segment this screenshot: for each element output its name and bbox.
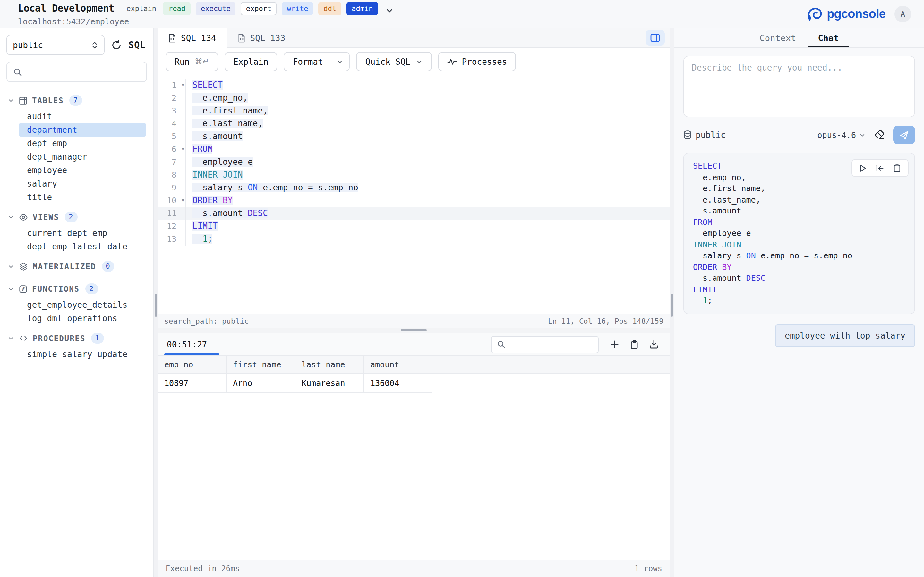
table-cell[interactable]: Arno — [226, 374, 295, 393]
tab-chat[interactable]: Chat — [817, 28, 840, 47]
add-result-tab-icon[interactable] — [610, 340, 619, 349]
fold-marker-icon[interactable]: ▾ — [182, 79, 184, 92]
line-number[interactable]: 10▾ — [158, 194, 186, 207]
code-line-text[interactable]: e.first_name, — [186, 105, 670, 117]
sql-editor[interactable]: 1▾SELECT2 e.emp_no,3 e.first_name,4 e.la… — [158, 75, 670, 314]
code-line-text[interactable]: s.amount DESC — [186, 207, 670, 220]
code-line-text[interactable]: 1; — [186, 233, 670, 245]
line-number[interactable]: 5 — [158, 130, 186, 143]
results-search-input[interactable] — [509, 339, 593, 350]
clear-chat-eraser-icon[interactable] — [874, 129, 885, 140]
result-tab-timer[interactable]: 00:51:27 — [164, 340, 210, 349]
table-cell[interactable]: Kumaresan — [295, 374, 363, 393]
run-button[interactable]: Run ⌘↵ — [166, 52, 218, 71]
code-line-text[interactable]: ORDER BY — [186, 194, 670, 207]
line-number[interactable]: 7 — [158, 156, 186, 169]
download-results-icon[interactable] — [649, 340, 658, 349]
section-header-views[interactable]: VIEWS2 — [6, 208, 153, 226]
code-line-text[interactable]: e.emp_no, — [186, 92, 670, 105]
chat-schema-chip[interactable]: public — [683, 130, 726, 140]
fold-marker-icon[interactable]: ▾ — [182, 194, 184, 207]
line-number[interactable]: 11 — [158, 207, 186, 220]
code-line-text[interactable]: FROM — [186, 143, 670, 156]
schema-select[interactable]: public — [6, 35, 105, 55]
tab-label: SQL 133 — [250, 33, 286, 43]
format-dropdown-chevron-icon[interactable] — [330, 53, 349, 71]
sql-mode-label[interactable]: SQL — [128, 40, 145, 50]
fold-marker-icon[interactable]: ▾ — [182, 143, 184, 156]
sidebar-item-log_dml_operations[interactable]: log_dml_operations — [19, 311, 145, 325]
sidebar-item-get_employee_details[interactable]: get_employee_details — [19, 298, 145, 311]
section-header-procedures[interactable]: PROCEDURES1 — [6, 329, 153, 348]
avatar[interactable]: A — [895, 5, 911, 22]
sql-message-toolbar — [851, 159, 909, 177]
send-icon[interactable] — [893, 126, 915, 144]
right-splitter-handle[interactable] — [670, 293, 673, 317]
results-search[interactable] — [491, 335, 599, 353]
copy-results-icon[interactable] — [630, 340, 638, 349]
code-line-text[interactable]: e.last_name, — [186, 117, 670, 130]
sidebar-search[interactable] — [6, 61, 147, 82]
table-row[interactable]: 10897ArnoKumaresan136004 — [158, 374, 670, 393]
horizontal-splitter[interactable] — [158, 327, 670, 333]
sidebar-item-title[interactable]: title — [19, 190, 145, 204]
line-number[interactable]: 2 — [158, 92, 186, 105]
code-line-text[interactable]: s.amount — [186, 130, 670, 143]
line-number[interactable]: 13 — [158, 233, 186, 245]
format-button[interactable]: Format — [284, 52, 350, 71]
line-number[interactable]: 4 — [158, 117, 186, 130]
table-cell[interactable]: 10897 — [158, 374, 226, 393]
sidebar-item-dept_manager[interactable]: dept_manager — [19, 150, 145, 163]
left-splitter-handle[interactable] — [155, 293, 157, 317]
code-line-text[interactable]: salary s ON e.emp_no = s.emp_no — [186, 181, 670, 194]
code-line-text[interactable]: INNER JOIN — [186, 169, 670, 181]
sidebar-item-department[interactable]: department — [19, 123, 145, 137]
sidebar-item-simple_salary_update[interactable]: simple_salary_update — [19, 348, 145, 361]
section-header-materialized[interactable]: MATERIALIZED0 — [6, 257, 153, 276]
editor-panel: SQL 134SQL 133 Run ⌘↵ Explain Format — [158, 28, 670, 577]
sidebar-item-salary[interactable]: salary — [19, 177, 145, 190]
left-splitter[interactable] — [154, 28, 158, 577]
tab-sql-133[interactable]: SQL 133 — [227, 28, 296, 47]
sidebar-item-employee[interactable]: employee — [19, 163, 145, 177]
section-header-functions[interactable]: fFUNCTIONS2 — [6, 279, 153, 298]
line-number[interactable]: 9 — [158, 181, 186, 194]
sidebar-item-dept_emp_latest_date[interactable]: dept_emp_latest_date — [19, 240, 145, 253]
quick-sql-button[interactable]: Quick SQL — [357, 52, 432, 71]
sidebar: public SQL TABLES7auditdepartmentdept_em… — [0, 28, 154, 577]
column-header-amount[interactable]: amount — [363, 356, 432, 374]
column-header-last_name[interactable]: last_name — [295, 356, 363, 374]
line-number[interactable]: 6▾ — [158, 143, 186, 156]
layers-icon — [19, 262, 28, 271]
run-sql-play-icon[interactable] — [859, 164, 866, 172]
code-line-text[interactable]: SELECT — [186, 79, 670, 92]
line-number[interactable]: 12 — [158, 220, 186, 233]
copy-sql-icon[interactable] — [893, 163, 901, 172]
right-splitter[interactable] — [670, 28, 674, 577]
chat-input[interactable] — [683, 56, 915, 117]
code-line-text[interactable]: LIMIT — [186, 220, 670, 233]
line-number[interactable]: 1▾ — [158, 79, 186, 92]
sidebar-item-current_dept_emp[interactable]: current_dept_emp — [19, 226, 145, 240]
results-grid: emp_nofirst_namelast_nameamount10897Arno… — [158, 356, 670, 560]
model-select[interactable]: opus-4.6 — [817, 130, 866, 140]
column-header-first_name[interactable]: first_name — [226, 356, 295, 374]
explain-button[interactable]: Explain — [224, 52, 278, 71]
column-header-emp_no[interactable]: emp_no — [158, 356, 226, 374]
processes-button[interactable]: Processes — [438, 52, 516, 71]
sidebar-item-dept_emp[interactable]: dept_emp — [19, 137, 145, 150]
sidebar-search-input[interactable] — [26, 66, 141, 77]
tab-sql-134[interactable]: SQL 134 — [158, 28, 227, 48]
line-number[interactable]: 3 — [158, 105, 186, 117]
line-number[interactable]: 8 — [158, 169, 186, 181]
panel-toggle-icon[interactable] — [646, 30, 665, 45]
insert-to-editor-icon[interactable] — [875, 164, 884, 172]
tab-context[interactable]: Context — [758, 28, 798, 47]
chevron-down-icon[interactable] — [386, 7, 393, 15]
refresh-icon[interactable] — [111, 39, 122, 50]
horizontal-splitter-handle[interactable] — [401, 329, 427, 332]
sidebar-item-audit[interactable]: audit — [19, 110, 145, 123]
code-line-text[interactable]: employee e — [186, 156, 670, 169]
section-header-tables[interactable]: TABLES7 — [6, 91, 153, 110]
table-cell[interactable]: 136004 — [363, 374, 432, 393]
